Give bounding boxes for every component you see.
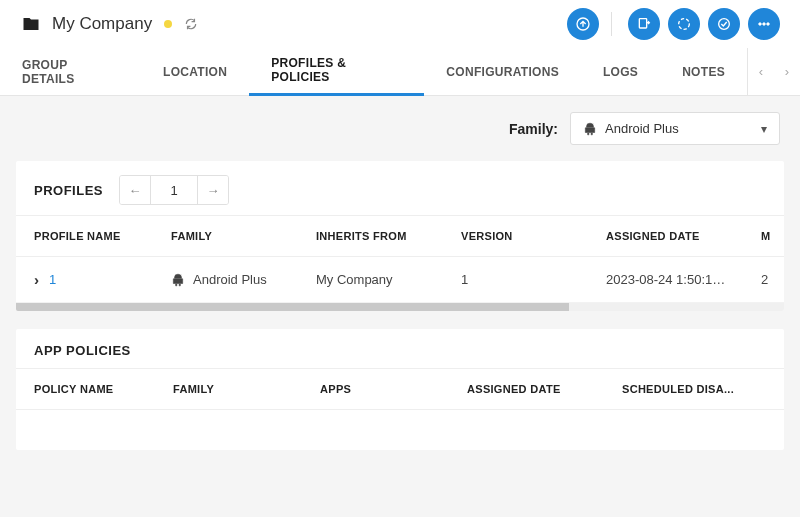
tab-logs[interactable]: LOGS [581,48,660,96]
app-policies-panel: APP POLICIES POLICY NAME FAMILY APPS ASS… [16,329,784,450]
profiles-next-page[interactable]: → [198,176,228,204]
row-extra: 2 [761,272,768,287]
action-more-button[interactable] [748,8,780,40]
profiles-panel: PROFILES ← 1 → PROFILE NAME FAMILY INHER… [16,161,784,311]
col-assigned-date[interactable]: ASSIGNED DATE [596,216,751,256]
col-apps[interactable]: APPS [310,369,457,409]
family-filter-row: Family: Android Plus ▾ [16,112,784,145]
row-assigned-date: 2023-08-24 1:50:1… [606,272,725,287]
header-divider [611,12,612,36]
col-scheduled-disable[interactable]: SCHEDULED DISA... [612,369,772,409]
chevron-down-icon: ▾ [761,122,767,136]
col-version[interactable]: VERSION [451,216,596,256]
svg-point-2 [679,19,690,30]
profiles-table-header: PROFILE NAME FAMILY INHERITS FROM VERSIO… [16,215,784,257]
col-extra[interactable]: M [751,216,781,256]
tabs-bar: GROUP DETAILS LOCATION PROFILES & POLICI… [0,48,800,96]
profiles-hscroll[interactable] [16,303,784,311]
tab-notes[interactable]: NOTES [660,48,747,96]
app-policies-title: APP POLICIES [34,343,131,358]
profiles-prev-page[interactable]: ← [120,176,150,204]
col-family[interactable]: FAMILY [161,216,306,256]
android-icon [171,273,185,287]
svg-point-3 [719,19,730,30]
action-upload-button[interactable] [567,8,599,40]
status-dot [164,20,172,28]
col-policy-assigned-date[interactable]: ASSIGNED DATE [457,369,612,409]
profiles-title: PROFILES [34,183,103,198]
action-sync-button[interactable] [668,8,700,40]
tabs-scroll-left[interactable]: ‹ [748,48,774,96]
col-profile-name[interactable]: PROFILE NAME [16,216,161,256]
page-title: My Company [52,14,152,34]
refresh-icon[interactable] [184,17,198,31]
family-select[interactable]: Android Plus ▾ [570,112,780,145]
hscroll-thumb[interactable] [16,303,569,311]
profile-name-link[interactable]: 1 [49,272,56,287]
row-inherits: My Company [316,272,393,287]
col-policy-family[interactable]: FAMILY [163,369,310,409]
svg-rect-1 [639,19,646,28]
svg-point-6 [767,23,770,26]
action-check-button[interactable] [708,8,740,40]
family-label: Family: [509,121,558,137]
android-icon [583,122,597,136]
folder-icon [20,15,42,33]
tab-location[interactable]: LOCATION [141,48,249,96]
policies-table-header: POLICY NAME FAMILY APPS ASSIGNED DATE SC… [16,368,784,410]
tabs-scroll-right[interactable]: › [774,48,800,96]
row-family: Android Plus [193,272,267,287]
tab-configurations[interactable]: CONFIGURATIONS [424,48,581,96]
table-row[interactable]: › 1 Android Plus My Company 1 2023-08-24… [16,257,784,303]
svg-point-4 [759,23,762,26]
col-inherits[interactable]: INHERITS FROM [306,216,451,256]
svg-point-5 [763,23,766,26]
tab-profiles-policies[interactable]: PROFILES & POLICIES [249,48,424,96]
profiles-page-number[interactable]: 1 [150,176,198,204]
col-policy-name[interactable]: POLICY NAME [16,369,163,409]
row-version: 1 [461,272,468,287]
profiles-pager: ← 1 → [119,175,229,205]
family-select-value: Android Plus [605,121,679,136]
tab-group-details[interactable]: GROUP DETAILS [0,48,141,96]
page-header: My Company [0,0,800,48]
action-export-button[interactable] [628,8,660,40]
expand-icon[interactable]: › [34,271,39,288]
